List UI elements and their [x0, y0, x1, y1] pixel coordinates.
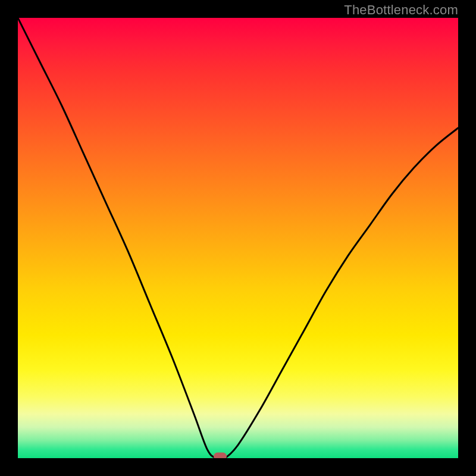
optimal-point-marker [214, 453, 227, 459]
chart-frame: TheBottleneck.com [0, 0, 476, 476]
watermark-label: TheBottleneck.com [344, 2, 458, 18]
bottleneck-curve [18, 18, 458, 458]
plot-area [18, 18, 458, 458]
